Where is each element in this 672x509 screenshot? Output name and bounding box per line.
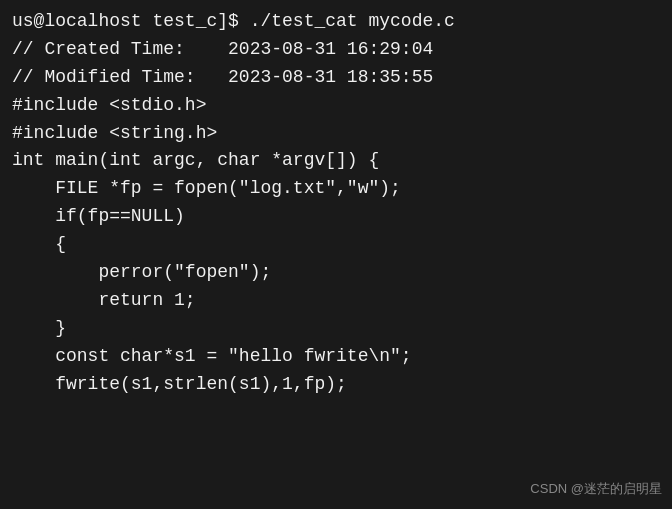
terminal-line: us@localhost test_c]$ ./test_cat mycode.… [12,8,660,36]
watermark: CSDN @迷茫的启明星 [530,479,662,499]
terminal-line: perror("fopen"); [12,259,660,287]
terminal-window: us@localhost test_c]$ ./test_cat mycode.… [0,0,672,509]
terminal-line: fwrite(s1,strlen(s1),1,fp); [12,371,660,399]
terminal-line: return 1; [12,287,660,315]
terminal-line: { [12,231,660,259]
terminal-line: FILE *fp = fopen("log.txt","w"); [12,175,660,203]
terminal-line: } [12,315,660,343]
terminal-line: // Created Time: 2023-08-31 16:29:04 [12,36,660,64]
terminal-line: // Modified Time: 2023-08-31 18:35:55 [12,64,660,92]
terminal-line: const char*s1 = "hello fwrite\n"; [12,343,660,371]
terminal-line: #include <string.h> [12,120,660,148]
terminal-line: int main(int argc, char *argv[]) { [12,147,660,175]
terminal-line: #include <stdio.h> [12,92,660,120]
terminal-line: if(fp==NULL) [12,203,660,231]
terminal-content: us@localhost test_c]$ ./test_cat mycode.… [12,8,660,398]
